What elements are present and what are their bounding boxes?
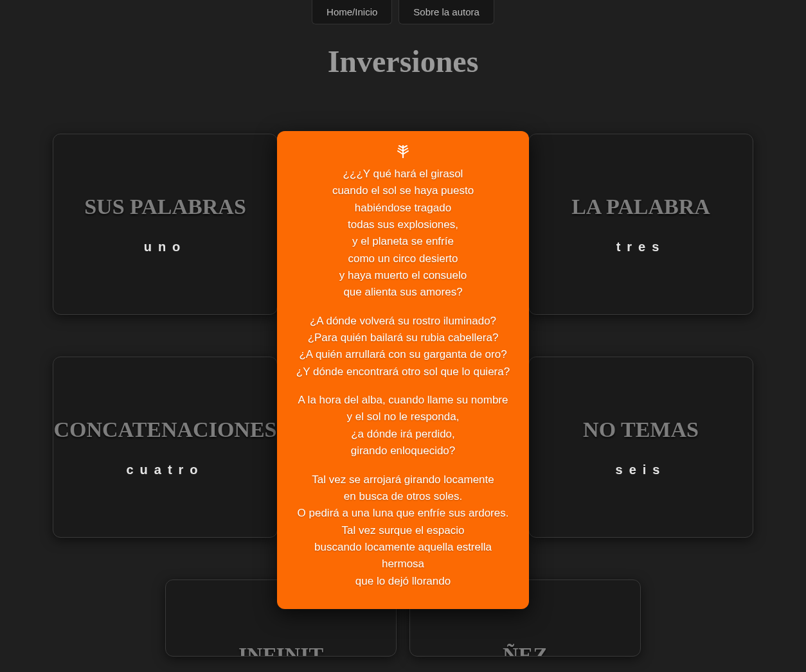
card-title: ÑEZ [496, 643, 554, 657]
card-subtitle: cuatro [126, 463, 204, 477]
card-title: SUS PALABRAS [78, 195, 253, 219]
card-no-temas[interactable]: NO TEMAS seis [528, 357, 753, 538]
card-la-palabra[interactable]: LA PALABRA tres [528, 134, 753, 315]
card-title: INFINIT [232, 643, 330, 657]
card-subtitle: seis [616, 463, 667, 477]
card-subtitle: tres [616, 240, 666, 254]
poem-stanza-4: Tal vez se arrojará girando locamente en… [292, 472, 514, 590]
top-nav: Home/Inicio Sobre la autora [0, 0, 806, 24]
card-title: CONCATENACIONES [48, 418, 283, 442]
nav-about[interactable]: Sobre la autora [399, 0, 494, 24]
nav-home[interactable]: Home/Inicio [312, 0, 392, 24]
page-title: Inversiones [0, 44, 806, 79]
poem-stanza-2: ¿A dónde volverá su rostro iluminado? ¿P… [292, 313, 514, 380]
card-sus-palabras[interactable]: SUS PALABRAS uno [53, 134, 278, 315]
card-concatenaciones[interactable]: CONCATENACIONES cuatro [53, 357, 278, 538]
card-title: NO TEMAS [577, 418, 705, 442]
poem-stanza-1: ¿¿¿Y qué hará el girasol cuando el sol s… [292, 166, 514, 301]
poem-overlay[interactable]: ¿¿¿Y qué hará el girasol cuando el sol s… [277, 131, 529, 609]
card-subtitle: uno [144, 240, 187, 254]
leaf-icon [292, 145, 514, 158]
poem-stanza-3: A la hora del alba, cuando llame su nomb… [292, 392, 514, 459]
card-title: LA PALABRA [565, 195, 717, 219]
